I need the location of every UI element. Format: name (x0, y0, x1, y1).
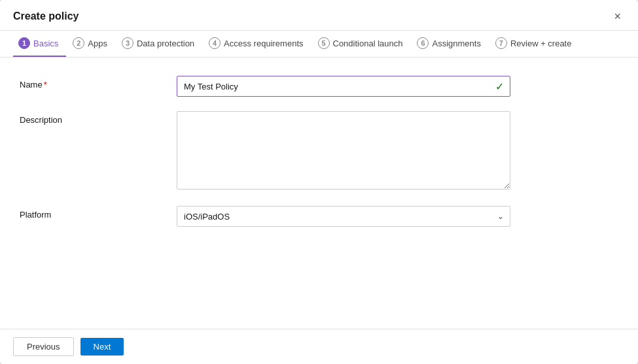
checkmark-icon: ✓ (495, 80, 504, 93)
tab-number-conditional-launch: 5 (318, 37, 330, 49)
dialog-content: Name* ✓ Description Platform iOS/i (0, 58, 638, 329)
name-input[interactable] (177, 76, 510, 97)
tab-label-apps: Apps (88, 39, 107, 48)
tab-label-data-protection: Data protection (137, 39, 194, 48)
tab-label-basics: Basics (33, 39, 58, 48)
tab-access-requirements[interactable]: 4 Access requirements (204, 31, 311, 57)
tab-number-review-create: 7 (495, 37, 507, 49)
tab-review-create[interactable]: 7 Review + create (490, 31, 580, 57)
previous-button[interactable]: Previous (13, 337, 74, 356)
tab-number-apps: 2 (73, 37, 84, 49)
create-policy-dialog: Create policy × 1 Basics 2 Apps 3 Data p… (0, 0, 638, 364)
description-row: Description (20, 111, 618, 191)
platform-select-wrapper: iOS/iPadOS Android Windows ⌄ (177, 206, 510, 227)
close-button[interactable]: × (610, 9, 625, 24)
next-button[interactable]: Next (80, 338, 124, 356)
tab-apps[interactable]: 2 Apps (67, 31, 115, 57)
dialog-footer: Previous Next (0, 329, 638, 364)
tab-number-basics: 1 (18, 37, 30, 49)
tab-label-access-requirements: Access requirements (224, 39, 303, 48)
name-label: Name* (20, 76, 177, 90)
tab-data-protection[interactable]: 3 Data protection (116, 31, 202, 57)
name-field-wrap: ✓ (177, 76, 510, 97)
description-field-wrap (177, 111, 510, 191)
tab-number-assignments: 6 (417, 37, 429, 49)
tab-label-assignments: Assignments (432, 39, 480, 48)
tab-assignments[interactable]: 6 Assignments (412, 31, 488, 57)
platform-field-wrap: iOS/iPadOS Android Windows ⌄ (177, 206, 510, 227)
tab-label-review-create: Review + create (510, 39, 572, 48)
description-input[interactable] (177, 111, 510, 190)
tab-label-conditional-launch: Conditional launch (333, 39, 403, 48)
platform-select[interactable]: iOS/iPadOS Android Windows (177, 206, 510, 227)
platform-label: Platform (20, 206, 177, 220)
name-input-wrapper: ✓ (177, 76, 510, 97)
tab-number-access-requirements: 4 (209, 37, 221, 49)
platform-row: Platform iOS/iPadOS Android Windows ⌄ (20, 206, 618, 227)
name-row: Name* ✓ (20, 76, 618, 97)
tab-conditional-launch[interactable]: 5 Conditional launch (313, 31, 411, 57)
description-label: Description (20, 111, 177, 125)
tabs-bar: 1 Basics 2 Apps 3 Data protection 4 Acce… (0, 31, 638, 58)
dialog-title: Create policy (13, 10, 79, 22)
dialog-header: Create policy × (0, 0, 638, 31)
tab-basics[interactable]: 1 Basics (13, 31, 66, 57)
tab-number-data-protection: 3 (122, 37, 133, 49)
required-star: * (44, 80, 47, 90)
